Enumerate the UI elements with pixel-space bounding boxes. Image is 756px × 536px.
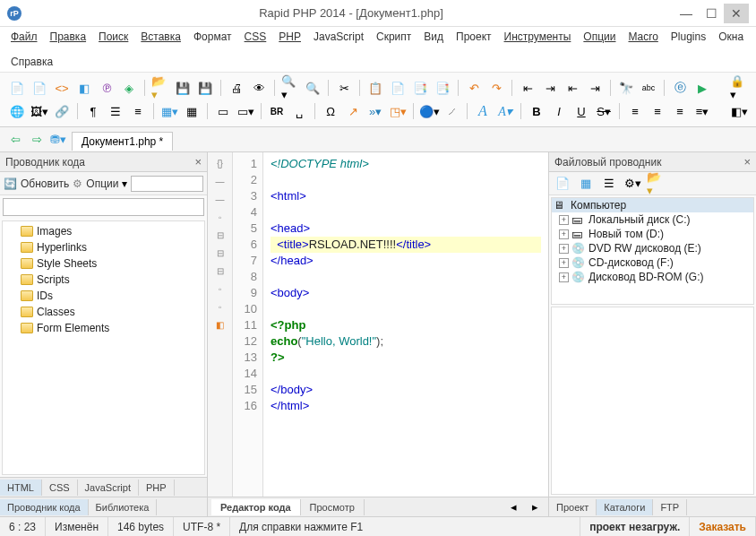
tb-color[interactable]: 🔵▾ xyxy=(419,101,439,121)
nav-back[interactable]: ⇦ xyxy=(5,130,25,150)
close-button[interactable]: ✕ xyxy=(724,4,749,23)
tb-php[interactable]: ℗ xyxy=(97,78,116,98)
tb-list-ol[interactable]: ≡ xyxy=(128,101,148,121)
lang-tab-js[interactable]: JavaScript xyxy=(78,480,139,496)
lang-tab-php[interactable]: PHP xyxy=(139,480,175,496)
left-filter-input[interactable] xyxy=(3,198,204,216)
menu-options[interactable]: Опции xyxy=(583,30,615,43)
tab-library[interactable]: Библиотека xyxy=(89,499,158,515)
nav-fwd[interactable]: ⇨ xyxy=(27,130,47,150)
tb-paste[interactable]: 📄 xyxy=(388,78,408,98)
fold-icon[interactable]: — xyxy=(213,174,228,188)
tb-font-a[interactable]: A xyxy=(473,101,493,121)
r-tiles[interactable]: ▦ xyxy=(576,174,596,194)
tb-binoc[interactable]: 🔭 xyxy=(616,78,636,98)
tb-indent-r2[interactable]: ⇥ xyxy=(585,78,605,98)
file-list-area[interactable] xyxy=(551,307,754,495)
tb-findnext[interactable]: 🔍 xyxy=(303,78,322,98)
lang-tab-css[interactable]: CSS xyxy=(42,480,78,496)
tb-sp[interactable]: ␣ xyxy=(289,101,309,121)
fold-icon[interactable]: ⊟ xyxy=(213,228,228,242)
code-editor[interactable]: <!DOCTYPE html> <html> <head> <title>RSL… xyxy=(263,152,548,497)
tb-lock[interactable]: 🔒▾ xyxy=(729,78,749,98)
tb-ie[interactable]: ⓔ xyxy=(670,78,690,98)
tb-js[interactable]: ◈ xyxy=(119,78,139,98)
tb-run[interactable]: ▶ xyxy=(692,78,712,98)
tab-code-explorer[interactable]: Проводник кода xyxy=(0,499,89,515)
tb-font-a2[interactable]: A▾ xyxy=(495,101,515,121)
menu-search[interactable]: Поиск xyxy=(99,30,128,43)
tb-saveall[interactable]: 💾 xyxy=(195,78,215,98)
fold-icon[interactable]: ◦ xyxy=(213,210,228,224)
doc-tab[interactable]: Документ1.php * xyxy=(72,132,173,151)
tb-copy[interactable]: 📋 xyxy=(365,78,385,98)
tb-align-r[interactable]: ≡ xyxy=(670,101,690,121)
tb-br[interactable]: BR xyxy=(267,101,287,121)
left-search-input[interactable] xyxy=(131,176,203,192)
menu-view[interactable]: Вид xyxy=(424,30,443,43)
tb-find[interactable]: 🔍▾ xyxy=(280,78,300,98)
fold-icon[interactable]: ◦ xyxy=(213,281,228,296)
tb-end[interactable]: ◧▾ xyxy=(729,101,749,121)
tb-tag[interactable]: <> xyxy=(52,78,72,98)
tb-table1[interactable]: ▦▾ xyxy=(159,101,179,121)
refresh-icon[interactable]: 🔄 xyxy=(4,177,17,190)
tb-new[interactable]: 📄 xyxy=(7,78,27,98)
tb-undo[interactable]: ↶ xyxy=(464,78,484,98)
editor-tab-code[interactable]: Редактор кода xyxy=(211,499,301,515)
fold-icon[interactable]: — xyxy=(213,192,228,206)
tab-project[interactable]: Проект xyxy=(549,499,597,515)
tb-omega[interactable]: Ω xyxy=(321,101,340,121)
menu-format[interactable]: Формат xyxy=(193,30,232,43)
r-opt[interactable]: ⚙▾ xyxy=(623,174,642,194)
tb-indent-r[interactable]: ⇥ xyxy=(540,78,560,98)
menu-plugins[interactable]: Plugins xyxy=(671,30,706,43)
tb-underline[interactable]: U xyxy=(571,101,591,121)
menu-javascript[interactable]: JavaScript xyxy=(314,30,364,43)
tb-align-j[interactable]: ≡▾ xyxy=(692,101,712,121)
tb-list-ul[interactable]: ☰ xyxy=(106,101,125,121)
fold-icon[interactable]: ⊟ xyxy=(213,264,228,278)
left-panel-close[interactable]: × xyxy=(194,155,202,169)
tb-abc[interactable]: abc xyxy=(639,78,658,98)
fold-icon[interactable]: {} xyxy=(213,156,228,170)
tb-style[interactable]: ⟋ xyxy=(442,101,461,121)
tb-world[interactable]: 🌐 xyxy=(7,101,27,121)
tb-redo[interactable]: ↷ xyxy=(486,78,506,98)
expand-icon[interactable]: + xyxy=(559,215,569,225)
tb-form2[interactable]: ▭▾ xyxy=(236,101,255,121)
scroll-left[interactable]: ◂ xyxy=(503,497,523,517)
expand-icon[interactable]: + xyxy=(559,229,569,239)
tb-form1[interactable]: ▭ xyxy=(213,101,233,121)
nav-disk[interactable]: ⛃▾ xyxy=(48,130,68,150)
tb-align-c[interactable]: ≡ xyxy=(648,101,667,121)
refresh-label[interactable]: Обновить xyxy=(21,177,69,190)
fold-icon[interactable]: ◧ xyxy=(213,317,228,332)
fold-icon[interactable]: ◦ xyxy=(213,299,228,314)
r-new[interactable]: 📄 xyxy=(553,174,572,194)
tb-indent-l2[interactable]: ⇤ xyxy=(563,78,582,98)
menu-edit[interactable]: Правка xyxy=(50,30,87,43)
right-panel-close[interactable]: × xyxy=(743,155,751,169)
menu-project[interactable]: Проект xyxy=(456,30,492,43)
options-gear-icon[interactable]: ⚙ xyxy=(73,177,82,190)
tb-preview[interactable]: 👁 xyxy=(249,78,269,98)
menu-tools[interactable]: Инструменты xyxy=(504,30,571,43)
tab-catalogs[interactable]: Каталоги xyxy=(597,499,653,515)
editor-tab-preview[interactable]: Просмотр xyxy=(301,499,365,515)
tb-save[interactable]: 💾 xyxy=(173,78,193,98)
tb-chev[interactable]: »▾ xyxy=(365,101,385,121)
tb-bold[interactable]: B xyxy=(527,101,546,121)
tb-print[interactable]: 🖨 xyxy=(227,78,246,98)
menu-help[interactable]: Справка xyxy=(11,56,53,68)
lang-tab-html[interactable]: HTML xyxy=(0,480,42,496)
code-explorer-tree[interactable]: Images Hyperlinks Style Sheets Scripts I… xyxy=(2,220,205,475)
tb-strike[interactable]: S▾ xyxy=(594,101,614,121)
menu-insert[interactable]: Вставка xyxy=(141,30,181,43)
tb-pilcrow[interactable]: ¶ xyxy=(83,101,103,121)
tb-indent-l[interactable]: ⇤ xyxy=(518,78,537,98)
expand-icon[interactable]: + xyxy=(559,258,569,268)
options-label[interactable]: Опции xyxy=(86,177,118,190)
tb-arrow[interactable]: ↗ xyxy=(343,101,363,121)
tb-cut[interactable]: ✂ xyxy=(334,78,354,98)
